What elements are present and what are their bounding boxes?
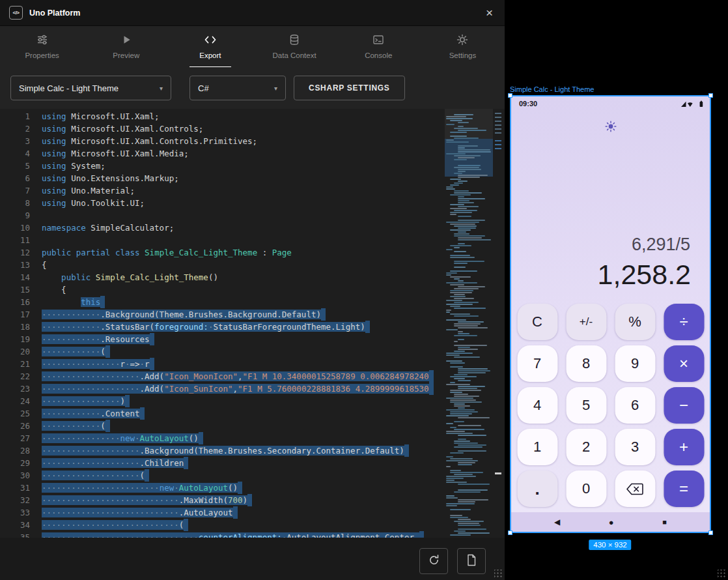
resize-handle-top-right[interactable] — [708, 93, 713, 98]
code-line[interactable]: 25············.Content — [0, 407, 445, 420]
key-backspace[interactable] — [615, 471, 655, 507]
console-icon — [372, 34, 384, 48]
canvas-panel: Simple Calc - Light Theme 09:30 — [505, 0, 728, 580]
code-line[interactable]: 8using Uno.Toolkit.UI; — [0, 197, 445, 209]
code-line[interactable]: 6using Uno.Extensions.Markup; — [0, 172, 445, 184]
code-line[interactable]: 35································counte… — [0, 531, 445, 538]
theme-toggle-sun-icon[interactable] — [604, 120, 617, 133]
key-clear[interactable]: C — [517, 304, 557, 340]
status-bar-time: 09:30 — [519, 100, 537, 108]
code-line[interactable]: 16 this — [0, 296, 445, 308]
code-line[interactable]: 32····························.MaxWidth(… — [0, 494, 445, 506]
wifi-icon — [688, 102, 693, 107]
code-line[interactable]: 11 — [0, 234, 445, 246]
key-7[interactable]: 7 — [517, 345, 557, 382]
device-frame[interactable]: 09:30 6,291/5 — [510, 95, 711, 533]
code-line[interactable]: 10namespace SimpleCalculator; — [0, 222, 445, 234]
code-line[interactable]: 34····························( — [0, 519, 445, 531]
key-1[interactable]: 1 — [517, 429, 557, 465]
key-5[interactable]: 5 — [566, 387, 606, 424]
code-line[interactable]: 18············.StatusBar(foreground:·Sta… — [0, 321, 445, 333]
gear-icon — [456, 34, 468, 48]
code-line[interactable]: 13{ — [0, 259, 445, 271]
code-line[interactable]: 9 — [0, 209, 445, 222]
code-line[interactable]: 14 public Simple_Calc_Light_Theme() — [0, 271, 445, 283]
code-line[interactable]: 33····························.AutoLayou… — [0, 506, 445, 519]
minimap[interactable] — [445, 109, 493, 538]
key-plus[interactable]: + — [664, 429, 704, 465]
tab-properties[interactable]: Properties — [0, 26, 84, 67]
code-line[interactable]: 12public partial class Simple_Calc_Light… — [0, 246, 445, 259]
resize-handle-top-left[interactable] — [508, 93, 512, 98]
key-plus-minus[interactable]: +/- — [566, 304, 606, 340]
code-line[interactable]: 22····················.Add("Icon_MoonIco… — [0, 370, 445, 383]
key-6[interactable]: 6 — [615, 387, 655, 424]
code-icon — [204, 34, 217, 48]
key-0[interactable]: 0 — [566, 471, 606, 507]
resize-handle-bottom-left[interactable] — [508, 530, 512, 535]
battery-icon — [700, 101, 703, 107]
key-2[interactable]: 2 — [566, 429, 606, 465]
screen-resize-grip[interactable] — [718, 570, 726, 578]
code-line[interactable]: 29····················.Children — [0, 457, 445, 469]
code-editor[interactable]: 1using Microsoft.UI.Xaml;2using Microsof… — [0, 109, 505, 538]
key-divide[interactable]: ÷ — [664, 304, 704, 340]
size-badge: 430 × 932 — [589, 540, 631, 550]
code-line[interactable]: 19············.Resources — [0, 333, 445, 345]
code-line[interactable]: 4using Microsoft.UI.Xaml.Media; — [0, 147, 445, 160]
code-line[interactable]: 7using Uno.Material; — [0, 184, 445, 197]
key-minus[interactable]: − — [664, 387, 704, 424]
tab-export[interactable]: Export — [168, 26, 252, 67]
tab-settings[interactable]: Settings — [421, 26, 505, 67]
code-line[interactable]: 5using System; — [0, 160, 445, 172]
key-decimal[interactable]: . — [517, 471, 557, 507]
code-line[interactable]: 30····················( — [0, 469, 445, 482]
code-line[interactable]: 20············( — [0, 345, 445, 358]
play-icon — [120, 34, 132, 48]
close-icon[interactable]: × — [483, 7, 496, 19]
key-4[interactable]: 4 — [517, 387, 557, 424]
code-line[interactable]: 31························new·AutoLayout… — [0, 482, 445, 494]
code-line[interactable]: 15 { — [0, 283, 445, 296]
tab-data-context[interactable]: Data Context — [253, 26, 337, 67]
code-line[interactable]: 27················new·AutoLayout() — [0, 432, 445, 444]
signal-icon — [681, 102, 686, 107]
app-logo-icon: </> — [9, 6, 23, 20]
nav-recents-icon[interactable]: ■ — [662, 518, 667, 526]
code-line[interactable]: 17············.Background(Theme.Brushes.… — [0, 308, 445, 321]
code-line[interactable]: 26············( — [0, 420, 445, 432]
code-line[interactable]: 21················r·=>·r — [0, 358, 445, 370]
database-icon — [288, 34, 300, 48]
export-file-button[interactable] — [457, 548, 486, 574]
code-line[interactable]: 2using Microsoft.UI.Xaml.Controls; — [0, 123, 445, 135]
code-lines[interactable]: 1using Microsoft.UI.Xaml;2using Microsof… — [0, 110, 445, 538]
tab-label: Settings — [449, 51, 477, 59]
nav-home-icon[interactable]: ● — [609, 517, 614, 527]
selection-label: Simple Calc - Light Theme — [510, 85, 594, 93]
page-select[interactable]: Simple Calc - Light Theme ▾ — [10, 76, 171, 100]
resize-handle-bottom-right[interactable] — [708, 530, 713, 535]
display-expression: 6,291/5 — [632, 235, 690, 255]
refresh-button[interactable] — [419, 548, 448, 574]
tab-label: Data Context — [273, 51, 316, 59]
tab-label: Preview — [113, 51, 139, 59]
key-9[interactable]: 9 — [615, 345, 655, 382]
code-line[interactable]: 1using Microsoft.UI.Xaml; — [0, 110, 445, 123]
nav-back-icon[interactable]: ◀ — [554, 517, 560, 527]
key-3[interactable]: 3 — [615, 429, 655, 465]
language-select[interactable]: C# ▾ — [189, 76, 286, 100]
code-line[interactable]: 28····················.Background(Theme.… — [0, 444, 445, 457]
csharp-settings-button[interactable]: CSHARP SETTINGS — [294, 76, 405, 100]
overview-ruler[interactable] — [493, 109, 505, 538]
key-percent[interactable]: % — [615, 304, 655, 340]
key-multiply[interactable]: × — [664, 345, 704, 382]
code-line[interactable]: 3using Microsoft.UI.Xaml.Controls.Primit… — [0, 135, 445, 147]
key-8[interactable]: 8 — [566, 345, 606, 382]
export-toolbar: Simple Calc - Light Theme ▾ C# ▾ CSHARP … — [0, 67, 505, 109]
tab-console[interactable]: Console — [337, 26, 421, 67]
tab-preview[interactable]: Preview — [84, 26, 168, 67]
key-equals[interactable]: = — [664, 471, 704, 507]
code-line[interactable]: 23····················.Add("Icon_SunIcon… — [0, 383, 445, 395]
code-line[interactable]: 24················) — [0, 395, 445, 407]
window-resize-grip[interactable] — [494, 570, 503, 578]
